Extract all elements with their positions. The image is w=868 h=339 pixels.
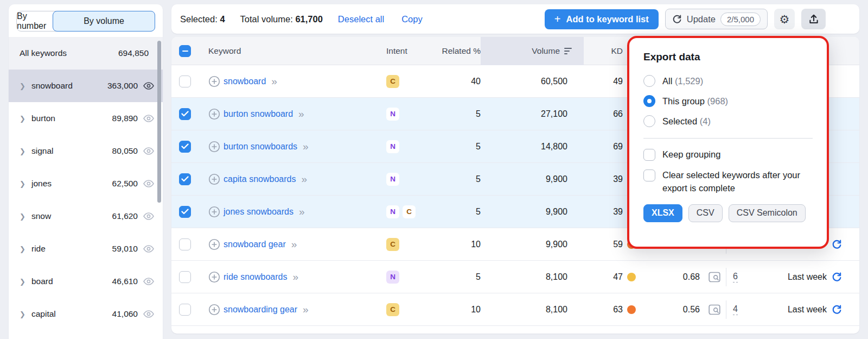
keyword-checkbox[interactable] <box>179 238 191 250</box>
kd-value: 39 <box>613 174 623 184</box>
add-keyword-icon[interactable] <box>208 76 220 87</box>
keyword-link[interactable]: burton snowboards <box>224 142 297 152</box>
expand-keyword-icon[interactable]: » <box>292 271 297 283</box>
keyword-link[interactable]: burton snowboard <box>224 109 293 119</box>
expand-keyword-icon[interactable]: » <box>299 206 304 218</box>
add-to-keyword-list-button[interactable]: + Add to keyword list <box>545 9 659 29</box>
serp-features-icon[interactable] <box>709 304 720 315</box>
sidebar-item-signal[interactable]: ❯signal80,050 <box>9 135 163 167</box>
eye-icon[interactable] <box>143 310 154 318</box>
radio-button[interactable] <box>643 95 655 107</box>
export-option-all[interactable]: All (1,529) <box>643 75 813 87</box>
header-intent[interactable]: Intent <box>383 46 432 56</box>
update-button[interactable]: Update 2/5,000 <box>665 9 768 29</box>
sidebar-item-board[interactable]: ❯board46,610 <box>9 265 163 298</box>
keyword-link[interactable]: snowboarding gear <box>224 305 297 315</box>
add-keyword-icon[interactable] <box>208 141 220 153</box>
keyword-checkbox[interactable] <box>179 76 191 87</box>
sidebar-item-capital[interactable]: ❯capital41,060 <box>9 298 163 330</box>
kd-difficulty-dot <box>627 305 636 314</box>
keyword-cell: burton snowboards» <box>197 141 383 153</box>
expand-keyword-icon[interactable]: » <box>303 141 308 153</box>
settings-button[interactable]: ⚙ <box>774 9 795 29</box>
related-percent-cell: 5 <box>432 109 481 119</box>
add-keyword-icon[interactable] <box>208 173 220 185</box>
sidebar-item-jones[interactable]: ❯jones62,500 <box>9 167 163 200</box>
sidebar-item-ride[interactable]: ❯ride59,010 <box>9 233 163 265</box>
kd-value: 69 <box>613 142 623 152</box>
keyword-link[interactable]: jones snowboards <box>224 207 293 217</box>
sort-descending-icon <box>564 48 572 55</box>
sidebar-item-snowboard[interactable]: ❯snowboard363,000 <box>9 70 163 102</box>
add-keyword-icon[interactable] <box>208 108 220 120</box>
copy-link[interactable]: Copy <box>401 14 423 24</box>
group-label: capital <box>31 309 112 319</box>
keyword-checkbox[interactable] <box>179 173 191 185</box>
keyword-checkbox[interactable] <box>179 304 191 316</box>
results-link[interactable]: 6 <box>733 272 738 282</box>
group-volume: 80,050 <box>112 146 138 156</box>
kd-value: 63 <box>613 305 623 315</box>
radio-button[interactable] <box>643 115 655 127</box>
export-option-selected[interactable]: Selected (4) <box>643 115 813 127</box>
keyword-link[interactable]: capita snowboards <box>224 174 296 184</box>
expand-keyword-icon[interactable]: » <box>271 76 276 87</box>
refresh-keyword-icon[interactable] <box>832 239 842 249</box>
expand-keyword-icon[interactable]: » <box>303 304 308 316</box>
keyword-checkbox[interactable] <box>179 206 191 218</box>
sidebar-scrollbar[interactable] <box>157 41 161 203</box>
checkbox[interactable] <box>643 170 655 181</box>
export-checkbox-1[interactable]: Clear selected keywords after your expor… <box>643 169 813 195</box>
eye-icon[interactable] <box>143 180 154 187</box>
expand-keyword-icon[interactable]: » <box>298 108 303 120</box>
eye-icon[interactable] <box>143 245 154 253</box>
add-keyword-icon[interactable] <box>208 238 220 250</box>
checkbox[interactable] <box>643 149 655 161</box>
keyword-checkbox[interactable] <box>179 271 191 283</box>
export-button[interactable] <box>801 9 826 29</box>
radio-button[interactable] <box>643 75 655 87</box>
refresh-keyword-icon[interactable] <box>832 304 842 315</box>
checkbox-cell <box>171 141 197 153</box>
toggle-by-volume[interactable]: By volume <box>53 11 155 32</box>
header-related[interactable]: Related % <box>432 46 481 56</box>
related-percent-cell: 5 <box>432 142 481 152</box>
export-xlsx-button[interactable]: XLSX <box>643 204 682 222</box>
keyword-link[interactable]: ride snowboards <box>224 272 287 282</box>
eye-icon[interactable] <box>143 82 154 90</box>
eye-icon[interactable] <box>143 212 154 220</box>
keyword-cell: capita snowboards» <box>197 173 383 185</box>
header-keyword[interactable]: Keyword <box>197 46 383 56</box>
eye-icon[interactable] <box>143 115 154 122</box>
header-volume[interactable]: Volume <box>481 37 584 65</box>
serp-features-icon[interactable] <box>709 272 720 282</box>
intent-cell: N <box>383 140 432 153</box>
expand-keyword-icon[interactable]: » <box>301 173 306 185</box>
export-csv-button[interactable]: CSV <box>688 204 723 222</box>
table-toolbar: Selected: 4 Total volume: 61,700 Deselec… <box>171 4 859 34</box>
sidebar-item-snow[interactable]: ❯snow61,620 <box>9 200 163 233</box>
eye-icon[interactable] <box>143 278 154 285</box>
keyword-checkbox[interactable] <box>179 141 191 153</box>
export-option-this-group[interactable]: This group (968) <box>643 95 813 107</box>
select-all-checkbox[interactable] <box>179 45 191 57</box>
keyword-checkbox[interactable] <box>179 108 191 120</box>
export-csv-semicolon-button[interactable]: CSV Semicolon <box>729 204 806 222</box>
sidebar-item-all-keywords[interactable]: All keywords 694,850 <box>9 37 163 70</box>
add-keyword-icon[interactable] <box>208 304 220 316</box>
refresh-keyword-icon[interactable] <box>832 272 842 282</box>
keyword-link[interactable]: snowboard <box>224 77 266 86</box>
cpc-cell: 0.56 <box>636 305 703 315</box>
group-sort-toggle: By number By volume <box>16 11 155 32</box>
add-keyword-icon[interactable] <box>208 206 220 218</box>
deselect-all-link[interactable]: Deselect all <box>338 14 384 24</box>
toggle-by-number[interactable]: By number <box>17 11 53 31</box>
sidebar-item-burton[interactable]: ❯burton89,890 <box>9 102 163 135</box>
checkbox-label: Clear selected keywords after your expor… <box>662 169 813 195</box>
keyword-link[interactable]: snowboard gear <box>224 240 286 249</box>
eye-icon[interactable] <box>143 147 154 155</box>
results-link[interactable]: 4 <box>733 304 738 315</box>
add-keyword-icon[interactable] <box>208 271 220 283</box>
export-checkbox-0[interactable]: Keep grouping <box>643 148 813 161</box>
expand-keyword-icon[interactable]: » <box>291 238 296 250</box>
